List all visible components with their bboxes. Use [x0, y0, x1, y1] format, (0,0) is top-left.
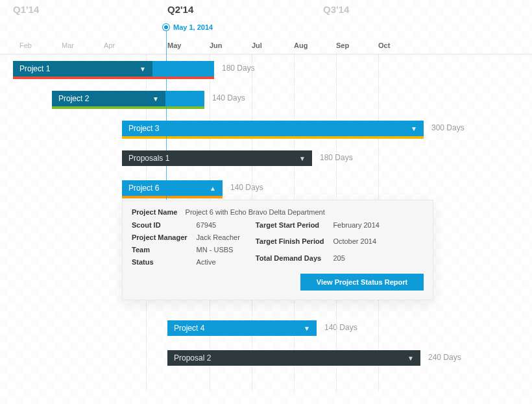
gantt-bar-project-1[interactable]: Project 1▼ [13, 61, 152, 77]
status-stripe [122, 196, 223, 198]
project-details-panel: Project Name Project 6 with Echo Bravo D… [122, 200, 433, 300]
month-label: Oct [378, 42, 390, 49]
month-label: May [167, 42, 181, 49]
month-axis: FebMarAprMayJunJulAugSepOct [0, 35, 532, 54]
status-stripe [52, 106, 204, 109]
detail-field-value: Active [197, 258, 240, 266]
chevron-down-icon: ▼ [304, 325, 310, 332]
duration-label: 240 Days [428, 353, 461, 362]
gantt-row: Project 1▼180 Days [0, 54, 532, 84]
chevron-down-icon: ▼ [152, 95, 159, 102]
gantt-bar-project-2[interactable]: Project 2▼ [52, 91, 165, 106]
status-stripe [13, 77, 214, 79]
detail-field-label: Total Demand Days [256, 254, 324, 266]
gantt-bar-label: Proposals 1 [128, 154, 169, 163]
gantt-bar-project-4[interactable]: Project 4▼ [167, 320, 317, 336]
duration-label: 180 Days [222, 64, 255, 73]
month-label: Mar [62, 42, 74, 49]
detail-field-label: Status [132, 258, 187, 266]
month-label: Jul [252, 42, 262, 49]
detail-field-label: Target Start Period [256, 221, 324, 233]
detail-field-label: Project Manager [132, 233, 187, 241]
view-status-report-button[interactable]: View Project Status Report [300, 274, 424, 291]
gantt-bar-proposals-1[interactable]: Proposals 1▼ [122, 150, 312, 166]
detail-field-value: February 2014 [333, 221, 380, 233]
detail-field-label: Project Name [132, 208, 177, 216]
gantt-row: Proposals 1▼180 Days [0, 144, 532, 174]
month-label: Jun [210, 42, 223, 49]
month-label: Apr [104, 42, 115, 49]
gantt-bar-proposal-2[interactable]: Proposal 2▼ [167, 350, 420, 366]
quarter-label: Q2'14 [167, 4, 193, 15]
detail-field-label: Target Finish Period [256, 237, 324, 249]
quarter-axis: Q1'14Q2'14Q3'14 [0, 0, 532, 17]
month-label: Aug [294, 42, 308, 49]
month-label: Feb [19, 42, 32, 49]
duration-label: 140 Days [212, 93, 245, 102]
gantt-row: Project 2▼140 Days [0, 84, 532, 114]
gantt-bar-label: Project 1 [19, 64, 50, 73]
detail-field-value: 67945 [197, 221, 240, 229]
chevron-up-icon: ▲ [210, 185, 216, 192]
gantt-bar-label: Project 4 [174, 324, 204, 333]
chevron-down-icon: ▼ [407, 355, 414, 362]
chevron-down-icon: ▼ [299, 155, 306, 162]
month-label: Sep [336, 42, 349, 49]
status-stripe [122, 136, 424, 139]
gantt-bar-tail [152, 61, 214, 77]
gantt-row: Project 3▼300 Days [0, 114, 532, 144]
detail-field-value: October 2014 [333, 237, 380, 249]
gantt-bar-project-3[interactable]: Project 3▼ [122, 121, 424, 136]
today-label: May 1, 2014 [173, 23, 213, 31]
chevron-down-icon: ▼ [139, 65, 146, 73]
gantt-bar-project-6[interactable]: Project 6▲ [122, 180, 223, 196]
quarter-label: Q3'14 [323, 4, 349, 15]
gantt-bar-tail [165, 91, 204, 106]
detail-field-value: Project 6 with Echo Bravo Delta Departme… [186, 208, 325, 216]
duration-label: 300 Days [431, 123, 465, 132]
gantt-row: Proposal 2▼240 Days [0, 344, 532, 374]
gantt-bar-label: Project 2 [58, 94, 89, 103]
detail-field-value: 205 [333, 254, 380, 266]
detail-field-label: Team [132, 246, 187, 254]
duration-label: 140 Days [230, 183, 263, 192]
today-marker: May 1, 2014 [163, 23, 213, 31]
gantt-row: Project 4▼140 Days [0, 314, 532, 344]
chevron-down-icon: ▼ [411, 125, 417, 132]
today-dot-icon [163, 24, 169, 30]
gantt-bar-label: Proposal 2 [174, 353, 211, 362]
gantt-bar-label: Project 6 [128, 184, 159, 193]
quarter-label: Q1'14 [13, 4, 39, 15]
detail-field-value: MN - USBS [197, 246, 240, 254]
gantt-bar-label: Project 3 [128, 124, 159, 133]
detail-field-value: Jack Reacher [197, 233, 240, 241]
duration-label: 140 Days [324, 323, 357, 332]
detail-field-label: Scout ID [132, 221, 187, 229]
